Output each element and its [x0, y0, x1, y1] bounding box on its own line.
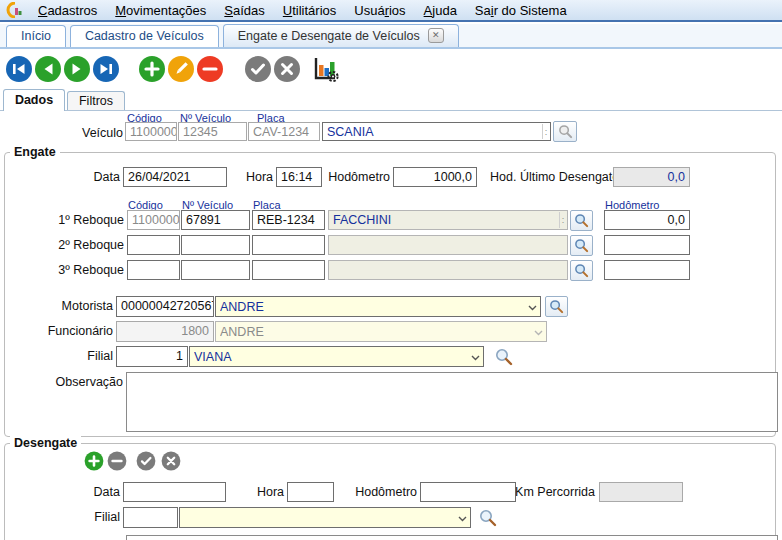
- reboque3-marca-combo[interactable]: [328, 260, 568, 280]
- delete-record-button[interactable]: [196, 55, 224, 83]
- tab-label: Início: [21, 29, 51, 43]
- confirm-button[interactable]: [244, 55, 272, 83]
- engate-hodometro-field[interactable]: 1000,0: [393, 167, 477, 187]
- reboque3-numero-field[interactable]: [181, 260, 250, 280]
- reboque1-codigo-field[interactable]: 110000000(: [127, 210, 180, 230]
- desengate-hodometro-field[interactable]: [420, 482, 516, 502]
- reboque2-placa-field[interactable]: [252, 235, 325, 255]
- reboque1-search-button[interactable]: [570, 210, 593, 231]
- reboque1-hodometro-field[interactable]: 0,0: [604, 210, 690, 230]
- funcionario-nome-value: ANDRE: [220, 325, 530, 339]
- last-record-button[interactable]: [92, 55, 120, 83]
- funcionario-combo: ANDRE: [215, 321, 547, 342]
- reboque2-hodometro-field[interactable]: [604, 235, 690, 255]
- desengate-confirm-button[interactable]: [136, 451, 156, 471]
- search-icon: [574, 238, 589, 253]
- motorista-combo[interactable]: ANDRE: [215, 296, 541, 317]
- engate-data-label: Data: [48, 170, 120, 184]
- menu-bar: Cadastros Movimentações Saídas Utilitári…: [0, 0, 782, 22]
- hod-ultimo-desengate-label: Hod. Último Desengate: [490, 170, 610, 184]
- menu-label: juda: [432, 3, 457, 18]
- menu-label: M: [115, 3, 126, 18]
- menu-label: ios: [389, 3, 406, 18]
- desengate-filial-search-icon[interactable]: [478, 508, 498, 528]
- motorista-nome-value: ANDRE: [220, 300, 524, 314]
- filial-nome-value: VIANA: [194, 350, 467, 364]
- menu-label: r do Sistema: [494, 3, 567, 18]
- menu-sair-do-sistema[interactable]: Sair do Sistema: [466, 3, 576, 18]
- add-record-button[interactable]: [138, 55, 166, 83]
- menu-label: adastros: [47, 3, 97, 18]
- filial-combo[interactable]: VIANA: [189, 346, 484, 367]
- cancel-button[interactable]: [273, 55, 301, 83]
- desengate-cancel-button[interactable]: [161, 451, 181, 471]
- reboque3-hodometro-field[interactable]: [604, 260, 690, 280]
- reboque2-codigo-field[interactable]: [127, 235, 180, 255]
- reboque1-placa-field[interactable]: REB-1234: [252, 210, 325, 230]
- desengate-hora-field[interactable]: [287, 482, 334, 502]
- reboque2-numero-field[interactable]: [181, 235, 250, 255]
- reboque2-search-button[interactable]: [570, 235, 593, 256]
- observacao-label: Observação: [40, 375, 123, 389]
- reboque3-label: 3º Reboque: [40, 263, 124, 277]
- menu-label: U: [283, 3, 292, 18]
- motorista-label: Motorista: [40, 299, 113, 313]
- vehicle-placa-field[interactable]: CAV-1234: [248, 122, 320, 141]
- chevron-down-icon: [534, 330, 543, 336]
- desengate-data-field[interactable]: [123, 482, 226, 502]
- filial-codigo-field[interactable]: 1: [116, 346, 188, 367]
- search-icon: [574, 213, 589, 228]
- next-record-button[interactable]: [63, 55, 91, 83]
- menu-label: Usuá: [354, 3, 384, 18]
- desengate-add-button[interactable]: [84, 451, 104, 471]
- chevron-down-icon[interactable]: [458, 516, 467, 522]
- tab-filtros[interactable]: Filtros: [67, 91, 125, 111]
- tab-engate-e-desengate[interactable]: Engate e Desengate de Veículos ✕: [223, 24, 459, 47]
- desengate-title: Desengate: [10, 436, 81, 450]
- previous-record-button[interactable]: [34, 55, 62, 83]
- vehicle-numero-field[interactable]: 12345: [178, 122, 247, 141]
- vehicle-codigo-field[interactable]: 110000000(: [125, 122, 177, 141]
- menu-utilitarios[interactable]: Utilitários: [274, 3, 345, 18]
- observacao-textarea[interactable]: [126, 372, 778, 432]
- reboque2-marca-combo[interactable]: [328, 235, 568, 255]
- filial-search-icon[interactable]: [494, 347, 514, 367]
- menu-cadastros[interactable]: Cadastros: [29, 3, 106, 18]
- motorista-search-button[interactable]: [545, 296, 568, 317]
- desengate-filial-combo[interactable]: [179, 507, 471, 528]
- reboque1-marca-combo[interactable]: FACCHINI :: [328, 210, 568, 230]
- tab-cadastro-de-veiculos[interactable]: Cadastro de Veículos: [70, 25, 219, 47]
- reboque1-numero-field[interactable]: 67891: [181, 210, 250, 230]
- desengate-hodometro-label: Hodômetro: [355, 485, 417, 499]
- menu-ajuda[interactable]: Ajuda: [415, 3, 466, 18]
- vehicle-marca-combo[interactable]: SCANIA :: [322, 122, 551, 141]
- chevron-down-icon[interactable]: [528, 305, 537, 311]
- desengate-remove-button[interactable]: [107, 451, 127, 471]
- tab-bar: Início Cadastro de Veículos Engate e Des…: [0, 24, 782, 49]
- reboque3-codigo-field[interactable]: [127, 260, 180, 280]
- close-tab-icon[interactable]: ✕: [428, 28, 444, 43]
- desengate-filial-codigo-field[interactable]: [123, 507, 178, 528]
- desengate-observacao-textarea[interactable]: [126, 535, 778, 540]
- search-icon: [549, 299, 564, 314]
- reboque3-search-button[interactable]: [570, 260, 593, 281]
- menu-usuarios[interactable]: Usuários: [345, 3, 414, 18]
- first-record-button[interactable]: [5, 55, 33, 83]
- app-window: Cadastros Movimentações Saídas Utilitári…: [0, 0, 782, 540]
- chevron-down-icon[interactable]: [471, 355, 480, 361]
- funcionario-label: Funcionário: [30, 324, 113, 338]
- motorista-codigo-field[interactable]: 00000042720567: [116, 296, 214, 317]
- tab-dados[interactable]: Dados: [3, 89, 65, 111]
- reboque3-placa-field[interactable]: [252, 260, 325, 280]
- combo-scroll-strip: :: [559, 212, 566, 228]
- edit-record-button[interactable]: [167, 55, 195, 83]
- menu-saidas[interactable]: Saídas: [215, 3, 273, 18]
- tab-inicio[interactable]: Início: [6, 25, 66, 47]
- report-chart-button[interactable]: [311, 55, 339, 83]
- search-icon: [558, 124, 573, 139]
- engate-data-field[interactable]: 26/04/2021: [123, 167, 227, 187]
- engate-hora-field[interactable]: 16:14: [276, 167, 322, 187]
- reboque1-label: 1º Reboque: [40, 213, 124, 227]
- vehicle-search-button[interactable]: [553, 121, 577, 142]
- menu-movimentacoes[interactable]: Movimentações: [106, 3, 215, 18]
